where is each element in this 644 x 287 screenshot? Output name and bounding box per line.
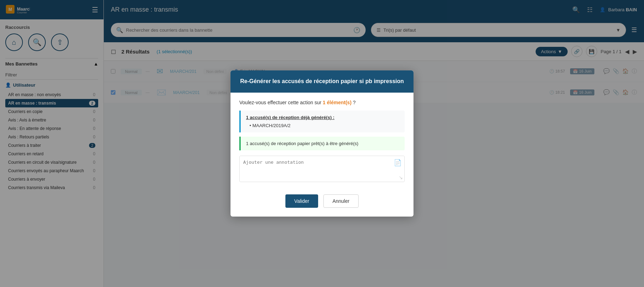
modal-overlay: Re-Générer les accusés de réception papi…	[0, 0, 644, 287]
modal-body: Voulez-vous effectuer cette action sur 1…	[231, 93, 413, 189]
modal-question: Voulez-vous effectuer cette action sur 1…	[239, 100, 405, 105]
modal-header: Re-Générer les accusés de réception papi…	[231, 70, 413, 92]
modal-title: Re-Générer les accusés de réception papi…	[240, 78, 404, 84]
resize-icon: ↘	[399, 175, 403, 180]
modal-footer: Valider Annuler	[231, 189, 413, 217]
validate-button[interactable]: Valider	[285, 194, 318, 208]
already-generated-box: 1 accusé(s) de réception déjà généré(s) …	[239, 111, 405, 132]
already-generated-list: • MAARCH/2019A/2	[246, 123, 399, 128]
to-generate-text: 1 accusé(s) de réception papier prêt(s) …	[246, 141, 358, 146]
annotation-area: 📄 ↘	[239, 156, 405, 182]
annotation-textarea[interactable]	[240, 156, 404, 181]
document-icon: 📄	[394, 159, 402, 167]
already-generated-title: 1 accusé(s) de réception déjà généré(s) …	[246, 115, 399, 120]
modal: Re-Générer les accusés de réception papi…	[231, 70, 413, 216]
cancel-button[interactable]: Annuler	[323, 194, 359, 208]
to-generate-box: 1 accusé(s) de réception papier prêt(s) …	[239, 137, 405, 150]
generated-item: • MAARCH/2019A/2	[250, 123, 399, 128]
